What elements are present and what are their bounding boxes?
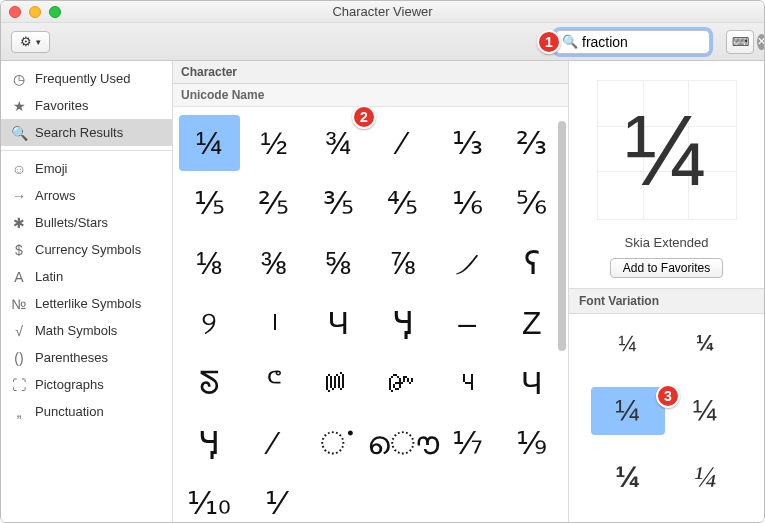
chevron-down-icon: ▾	[36, 37, 41, 47]
character-cell[interactable]: ⅜	[244, 235, 305, 291]
character-cell[interactable]: ᘕ	[179, 355, 240, 411]
character-cell[interactable]: –	[437, 295, 498, 351]
grid-row: ᘕᕪ൜൞౺Ч	[177, 353, 564, 413]
character-cell[interactable]: ⅘	[373, 175, 434, 231]
sidebar-item-parentheses[interactable]: ()Parentheses	[1, 344, 172, 371]
sidebar-item-punctuation[interactable]: „Punctuation	[1, 398, 172, 425]
character-cell[interactable]: ½	[244, 115, 305, 171]
font-variation-cell[interactable]: ¼	[591, 320, 665, 368]
character-cell[interactable]: ⅙	[437, 175, 498, 231]
search-icon: 🔍	[562, 34, 578, 49]
character-cell[interactable]: ൌ	[372, 415, 434, 471]
character-cell[interactable]: ⅝	[308, 235, 369, 291]
character-cell[interactable]: ⁄	[373, 115, 434, 171]
picto-icon: ⛶	[11, 377, 27, 393]
preview-glyph: ¼	[597, 80, 737, 220]
character-cell[interactable]: Ӌ	[179, 415, 239, 471]
character-cell[interactable]: Z	[502, 295, 563, 351]
sidebar-item-currency-symbols[interactable]: $Currency Symbols	[1, 236, 172, 263]
character-cell[interactable]: ⅟	[244, 475, 305, 522]
sidebar-item-emoji[interactable]: ☺Emoji	[1, 155, 172, 182]
character-cell[interactable]: ʕ	[502, 235, 563, 291]
font-variation-cell[interactable]: ¼	[669, 320, 743, 368]
character-cell[interactable]: ୨	[179, 295, 240, 351]
sidebar-divider	[1, 150, 172, 151]
sidebar-item-label: Letterlike Symbols	[35, 296, 141, 311]
character-cell[interactable]	[308, 475, 369, 522]
sidebar-item-label: Punctuation	[35, 404, 104, 419]
character-cell[interactable]: ⅓	[437, 115, 498, 171]
sidebar-item-search-results[interactable]: 🔍Search Results	[1, 119, 172, 146]
character-viewer-window: Character Viewer ⚙ ▾ 🔍 ✕ ⌨ ◷Frequently U…	[0, 0, 765, 523]
settings-menu-button[interactable]: ⚙ ▾	[11, 31, 50, 53]
character-cell[interactable]: ൜	[308, 355, 369, 411]
character-cell[interactable]: ⅕	[179, 175, 240, 231]
character-cell[interactable]: ⁄	[243, 415, 303, 471]
character-cell[interactable]: ¼	[179, 115, 240, 171]
font-variation-cell[interactable]: ¼	[591, 387, 665, 435]
sidebar-item-label: Parentheses	[35, 350, 108, 365]
sidebar-item-label: Latin	[35, 269, 63, 284]
character-cell[interactable]: Ч	[502, 355, 563, 411]
character-cell[interactable]: Ч	[308, 295, 369, 351]
grid-row: Ӌ⁄ൎൌ⅐⅑	[177, 413, 564, 473]
add-to-favorites-button[interactable]: Add to Favorites	[610, 258, 723, 278]
character-cell[interactable]: ൞	[373, 355, 434, 411]
character-cell[interactable]: ⅖	[244, 175, 305, 231]
sidebar-item-math-symbols[interactable]: √Math Symbols	[1, 317, 172, 344]
character-cell[interactable]: ᕪ	[244, 355, 305, 411]
toolbar: ⚙ ▾ 🔍 ✕ ⌨	[1, 23, 764, 61]
character-grid[interactable]: ¼½¾⁄⅓⅔⅕⅖⅗⅘⅙⅚⅛⅜⅝⅞୵ʕ୨౹ЧӋ–Zᘕᕪ൜൞౺ЧӋ⁄ൎൌ⅐⅑⅒⅟	[173, 107, 568, 522]
character-cell[interactable]: ⅒	[179, 475, 240, 522]
sidebar-item-label: Currency Symbols	[35, 242, 141, 257]
grid-row: ⅒⅟	[177, 473, 564, 522]
keyboard-viewer-button[interactable]: ⌨	[726, 30, 754, 54]
sidebar-item-frequently-used[interactable]: ◷Frequently Used	[1, 65, 172, 92]
main-area: Character Unicode Name ¼½¾⁄⅓⅔⅕⅖⅗⅘⅙⅚⅛⅜⅝⅞୵…	[173, 61, 764, 522]
character-cell[interactable]	[437, 475, 498, 522]
sidebar-item-latin[interactable]: ALatin	[1, 263, 172, 290]
font-variation-cell[interactable]: ¼	[591, 453, 665, 501]
column-header-row: Character	[173, 61, 568, 84]
gear-icon: ⚙	[20, 34, 32, 49]
grid-row: ⅕⅖⅗⅘⅙⅚	[177, 173, 564, 233]
category-sidebar: ◷Frequently Used★Favorites🔍Search Result…	[1, 61, 173, 522]
sidebar-item-bullets-stars[interactable]: ✱Bullets/Stars	[1, 209, 172, 236]
sidebar-item-label: Search Results	[35, 125, 123, 140]
grid-row: ⅛⅜⅝⅞୵ʕ	[177, 233, 564, 293]
character-cell[interactable]: ౺	[437, 355, 498, 411]
clock-icon: ◷	[11, 71, 27, 87]
font-variation-cell[interactable]: ¼	[669, 387, 743, 435]
character-cell[interactable]: ൎ	[307, 415, 367, 471]
character-cell[interactable]	[373, 475, 434, 522]
character-cell[interactable]: ⅗	[308, 175, 369, 231]
sidebar-item-favorites[interactable]: ★Favorites	[1, 92, 172, 119]
character-preview: ¼	[569, 61, 764, 233]
scrollbar[interactable]	[558, 121, 566, 351]
character-cell[interactable]	[502, 475, 563, 522]
clear-search-button[interactable]: ✕	[757, 34, 765, 50]
character-cell[interactable]: Ӌ	[373, 295, 434, 351]
character-cell[interactable]: ୵	[437, 235, 498, 291]
character-cell[interactable]: ⅞	[373, 235, 434, 291]
sidebar-item-label: Emoji	[35, 161, 68, 176]
character-grid-panel: Character Unicode Name ¼½¾⁄⅓⅔⅕⅖⅗⅘⅙⅚⅛⅜⅝⅞୵…	[173, 61, 569, 522]
font-variation-cell[interactable]: ¼	[669, 453, 743, 501]
character-cell[interactable]: ⅔	[502, 115, 563, 171]
search-field[interactable]: 🔍 ✕	[555, 30, 710, 54]
character-cell[interactable]: ¾	[308, 115, 369, 171]
keyboard-icon: ⌨	[732, 35, 749, 49]
sidebar-item-pictographs[interactable]: ⛶Pictographs	[1, 371, 172, 398]
sidebar-item-letterlike-symbols[interactable]: №Letterlike Symbols	[1, 290, 172, 317]
sidebar-item-label: Favorites	[35, 98, 88, 113]
character-cell[interactable]: ౹	[244, 295, 305, 351]
math-icon: √	[11, 323, 27, 339]
character-cell[interactable]: ⅑	[502, 415, 562, 471]
character-cell[interactable]: ⅐	[438, 415, 498, 471]
paren-icon: ()	[11, 350, 27, 366]
character-cell[interactable]: ⅚	[502, 175, 563, 231]
sidebar-item-arrows[interactable]: →Arrows	[1, 182, 172, 209]
sidebar-item-label: Math Symbols	[35, 323, 117, 338]
search-icon: 🔍	[11, 125, 27, 141]
character-cell[interactable]: ⅛	[179, 235, 240, 291]
